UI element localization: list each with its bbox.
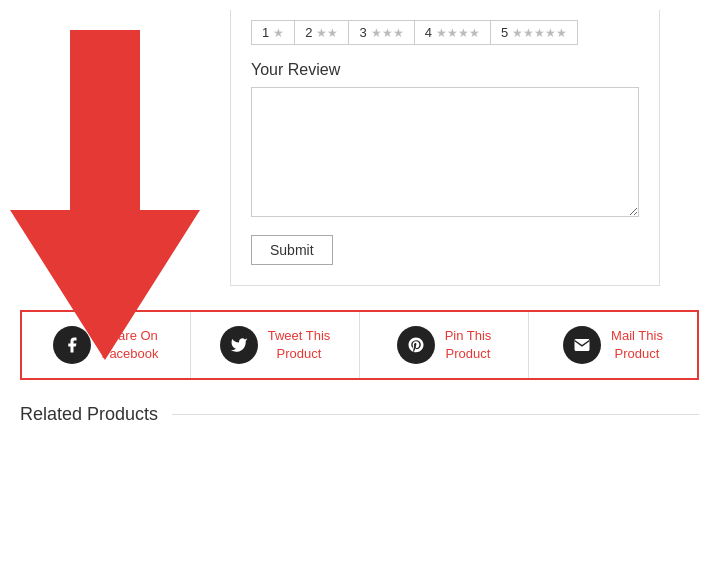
mail-label: Mail ThisProduct [611, 327, 663, 363]
share-pinterest[interactable]: Pin ThisProduct [360, 312, 529, 378]
pinterest-icon [397, 326, 435, 364]
mail-icon [563, 326, 601, 364]
content-area: 1 ★ 2 ★★ 3 ★★★ 4 ★★★★ 5 ★★★★★ [0, 0, 719, 286]
submit-button[interactable]: Submit [251, 235, 333, 265]
red-arrow-icon [10, 30, 200, 360]
review-label: Your Review [251, 61, 639, 79]
twitter-icon [220, 326, 258, 364]
related-products-title: Related Products [20, 404, 158, 425]
page-wrapper: 1 ★ 2 ★★ 3 ★★★ 4 ★★★★ 5 ★★★★★ [0, 0, 719, 425]
svg-marker-0 [10, 30, 200, 360]
rating-3[interactable]: 3 ★★★ [348, 20, 413, 45]
rating-4[interactable]: 4 ★★★★ [414, 20, 490, 45]
related-products-section: Related Products [20, 404, 699, 425]
rating-row: 1 ★ 2 ★★ 3 ★★★ 4 ★★★★ 5 ★★★★★ [251, 20, 639, 45]
twitter-label: Tweet ThisProduct [268, 327, 331, 363]
pinterest-label: Pin ThisProduct [445, 327, 492, 363]
review-section: 1 ★ 2 ★★ 3 ★★★ 4 ★★★★ 5 ★★★★★ [230, 10, 660, 286]
related-divider [172, 414, 699, 415]
share-twitter[interactable]: Tweet ThisProduct [191, 312, 360, 378]
rating-5[interactable]: 5 ★★★★★ [490, 20, 578, 45]
review-textarea[interactable] [251, 87, 639, 217]
rating-2[interactable]: 2 ★★ [294, 20, 348, 45]
share-mail[interactable]: Mail ThisProduct [529, 312, 697, 378]
rating-1[interactable]: 1 ★ [251, 20, 294, 45]
